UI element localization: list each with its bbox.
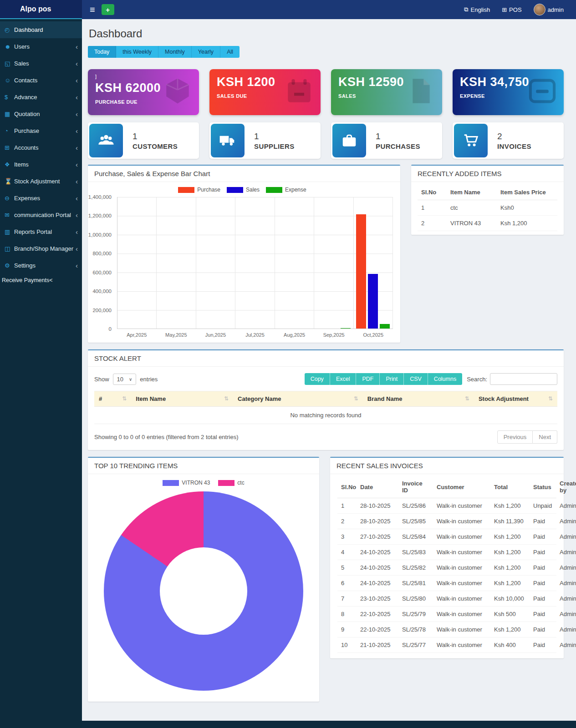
sidebar-item-items[interactable]: ❖ Items ‹ [0,156,82,173]
donut-chart [104,491,303,691]
sidebar-item-expenses[interactable]: ⊖ Expenses ‹ [0,190,82,207]
counter-text: 1 SUPPLIERS [254,131,295,150]
sidebar-item-settings[interactable]: ⚙ Settings ‹ [0,257,82,274]
counter-card-purchases[interactable]: 1 PURCHASES [331,122,442,159]
sidebar-item-sales[interactable]: ◱ Sales ‹ [0,55,82,72]
footer-strip [82,721,576,728]
table-header-row: #⇅ Item Name⇅ Category Name⇅ Brand Name⇅… [94,391,557,407]
next-button[interactable]: Next [533,430,557,444]
cell-created-by: Admin [556,514,556,529]
sidebar-item-reports-portal[interactable]: ▥ Reports Portal ‹ [0,223,82,240]
cell-total: Ksh 400 [490,637,530,653]
counter-value: 2 [497,131,531,142]
legend-item-purchase[interactable]: Purchase [178,187,220,193]
cell-invoice-id: SL/25/85 [398,514,433,529]
pdf-button[interactable]: PDF [356,373,380,385]
sidebar-item-receive-payments[interactable]: Receive Payments< [0,274,82,287]
sidebar-item-contacts[interactable]: ☺ Contacts ‹ [0,72,82,89]
previous-button[interactable]: Previous [497,430,533,444]
cell-item-name: ctc [447,200,497,216]
copy-button[interactable]: Copy [305,373,330,385]
cell-status: Unpaid [530,498,556,514]
sidebar-item-purchase[interactable]: ◔ Purchase ‹ [0,122,82,139]
language-menu[interactable]: ⧉ English [464,6,490,13]
tab-monthly[interactable]: Monthly [158,46,192,58]
column-header-stock-adjustment[interactable]: Stock Adjustment⇅ [474,391,557,407]
entries-info: Showing 0 to 0 of 0 entries (filtered fr… [94,434,239,440]
sidebar-item-communication-portal[interactable]: ✉ communication Portal ‹ [0,207,82,223]
sidebar-item-branch-shop-manager[interactable]: ◫ Branch/Shop Manager ‹ [0,240,82,257]
legend-item-ctc[interactable]: ctc [218,480,244,486]
menu-toggle-icon[interactable]: ≡ [90,5,95,14]
sidebar-item-dashboard[interactable]: ◴ Dashboard [0,21,82,38]
chevron-left-icon: ‹ [76,77,78,84]
bar-expense [380,324,390,329]
column-header-category-name[interactable]: Category Name⇅ [233,391,363,407]
sidebar-item-accounts[interactable]: ⊞ Accounts ‹ [0,139,82,156]
counter-card-invoices[interactable]: 2 INVOICES [453,122,564,159]
excel-button[interactable]: Excel [330,373,357,385]
cell-created-by: Admin [556,607,556,622]
cell-total: Ksh 1,200 [490,498,530,514]
cell-status: Paid [530,591,556,607]
tab-this-weekly[interactable]: this Weekly [116,46,158,58]
x-tick: Jun,2025 [196,329,235,342]
cell-total: Ksh 1,200 [490,560,530,576]
chevron-left-icon: ‹ [76,212,78,218]
cell-customer: Walk-in customer [433,591,490,607]
counter-card-customers[interactable]: 1 CUSTOMERS [88,122,199,159]
cell-status: Paid [530,622,556,637]
cell-created-by: Admin [556,529,556,545]
entries-select[interactable]: 10 ∨ [113,374,137,385]
brand-logo[interactable]: Alpo pos [0,0,82,19]
column-header-item-name[interactable]: Item Name⇅ [131,391,233,407]
sort-icon: ⇅ [224,395,229,402]
sort-icon: ⇅ [354,395,358,402]
bar-chart-body: PurchaseSalesExpense 1,400,0001,200,0001… [88,182,400,343]
legend-item-vitron-43[interactable]: VITRON 43 [163,480,210,486]
chart-column [275,197,314,329]
tab-yearly[interactable]: Yearly [192,46,220,58]
counter-card-suppliers[interactable]: 1 SUPPLIERS [209,122,321,159]
contacts-icon: ☺ [5,77,14,84]
invoice-row: 1 28-10-2025 SL/25/86 Walk-in customer K… [337,498,556,514]
legend-item-sales[interactable]: Sales [227,187,260,193]
invoice-row: 9 22-10-2025 SL/25/78 Walk-in customer K… [337,622,556,637]
pos-button[interactable]: ⊞ POS [502,6,521,13]
invoice-row: 7 23-10-2025 SL/25/80 Walk-in customer K… [337,591,556,607]
chevron-left-icon: ‹ [76,262,78,269]
csv-button[interactable]: CSV [404,373,428,385]
column-header-brand-name[interactable]: Brand Name⇅ [363,391,474,407]
add-button[interactable]: + [102,4,114,15]
sidebar-item-stock-adjustment[interactable]: ⌛ Stock Adjustment ‹ [0,173,82,190]
cell-total: Ksh 1,200 [490,545,530,560]
y-tick: 800,000 [86,251,112,256]
legend-item-expense[interactable]: Expense [266,187,306,193]
legend-swatch [218,480,234,486]
cell-slno: 7 [337,591,357,607]
cell-created-by: Admin [556,560,556,576]
search-input[interactable] [490,373,557,385]
print-button[interactable]: Print [380,373,404,385]
counter-text: 1 CUSTOMERS [133,131,178,150]
tab-today[interactable]: Today [88,46,116,58]
recently-added-items-body: Sl.No Item Name Item Sales Price 1 ctc K… [411,182,564,235]
sidebar-item-quotation[interactable]: ▦ Quotation ‹ [0,106,82,122]
cell-status: Paid [530,637,556,653]
counter-value: 1 [376,131,420,142]
invoice-row: 2 28-10-2025 SL/25/85 Walk-in customer K… [337,514,556,529]
cell-total: Ksh 1,200 [490,576,530,591]
columns-button[interactable]: Columns [428,373,462,385]
language-label: English [471,6,490,13]
chart-column [157,197,196,329]
bottom-row: TOP 10 TRENDING ITEMS VITRON 43 ctc RECE… [88,457,564,702]
x-tick: May,2025 [157,329,196,342]
chart-column [196,197,235,329]
user-menu[interactable]: admin [534,4,564,15]
column-header-number[interactable]: #⇅ [94,391,131,407]
tab-all[interactable]: All [220,46,240,58]
quotation-calendar-icon: ▦ [5,111,14,117]
sidebar-item-advance[interactable]: $ Advance ‹ [0,89,82,106]
sidebar-item-users[interactable]: ☻ Users ‹ [0,38,82,55]
cell-created-by: Admin [556,498,556,514]
